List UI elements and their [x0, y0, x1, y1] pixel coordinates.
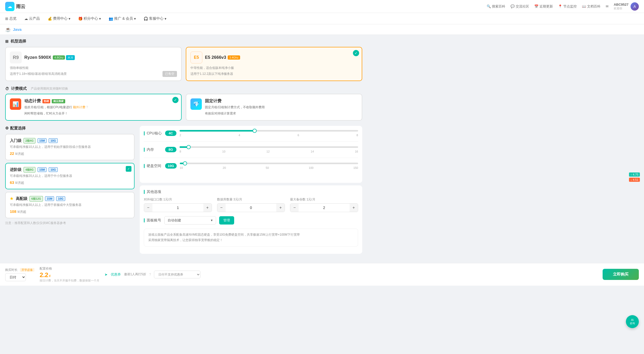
buy-button[interactable]: 立即购买: [603, 269, 639, 280]
e5-info: E5 2666v3 3.4Ghz: [205, 55, 240, 60]
external-port-decrement[interactable]: −: [144, 204, 152, 212]
memory-track: [180, 146, 358, 148]
memory-slider-row: 内存 8G 8 10 12 14 16: [144, 146, 358, 158]
e5-freq-badge: 3.4Ghz: [228, 55, 240, 60]
high-desc: 可承载纯净服30人以上，适用于群服或中大型服务器: [10, 203, 130, 207]
nav-monitor[interactable]: 📍 节点监控: [558, 4, 577, 9]
stepper-backup: 最大备份数 1元/月 − 2 +: [290, 197, 358, 212]
config-right: CPU核心 4C 2 4 6 8: [140, 126, 362, 254]
memory-thumb[interactable]: [187, 145, 191, 149]
r9-icon: R9: [10, 52, 22, 63]
external-port-increment[interactable]: +: [203, 204, 212, 212]
nav-docs[interactable]: 📖 文档百科: [582, 4, 601, 9]
subnav-overview[interactable]: ⊞ 总览: [5, 16, 17, 21]
info-text: 游戏云面板产品全系配备高速NVME固态硬盘，享受10G免费硬盘空间，共享极速15…: [144, 229, 358, 247]
memory-label: 内存: [144, 147, 162, 152]
nav-community[interactable]: 💬 交流社区: [510, 4, 529, 9]
backup-increment[interactable]: +: [350, 204, 358, 212]
cpu-label: CPU核心: [144, 131, 162, 136]
manage-button[interactable]: 管理: [219, 216, 234, 225]
cpu-fill: [180, 130, 255, 132]
machine-cards: R9 Ryzen 5900X 4.8Ghz 水冷 强劲单核性能 适用于1.18+…: [5, 47, 362, 81]
basic-price: 22 ¥/月起: [10, 151, 130, 156]
memory-slider-container[interactable]: 8 10 12 14 16: [180, 146, 358, 153]
duration-required: 开学必备: [20, 268, 34, 272]
disk-value: 10G: [165, 163, 177, 169]
billing-card-fixed[interactable]: 💎 固定计费 固定月租/日租制计费方式，不收取额外费用 有效应对持续计算需求: [186, 94, 362, 120]
logo-text: 雨云: [16, 3, 25, 10]
speed-up-badge: ↑ 4.75: [629, 172, 640, 177]
other-options-wrapper: 其他选项 对外端口口数 1元/月 − 1 + 数据库数量 3元/月: [140, 185, 362, 254]
r9-name: Ryzen 5900X: [24, 55, 51, 60]
machine-type-icon: ⊞: [5, 39, 9, 44]
support-dropdown-icon: ▾: [165, 17, 166, 21]
subnav-billing[interactable]: 💰 费用中心 ▾: [48, 16, 70, 21]
config-card-basic[interactable]: 入门级 2核4G 15M 10G 可承载纯净服10人以上，适用于初始开服阶段或小…: [5, 134, 135, 160]
machine-type-title: 机型选择: [11, 39, 26, 44]
mail-icon: ✉: [606, 4, 609, 8]
config-card-high[interactable]: ★ 高配级 6核12G 15M 10G 可承载纯净服30人以上，适用于群服或中大…: [5, 192, 135, 218]
user-info: ABC9527 欢迎你: [614, 3, 628, 10]
database-decrement[interactable]: −: [217, 204, 226, 212]
invite-text: 邀请1人再打5折: [124, 272, 146, 277]
duration-select[interactable]: 日付 月付 季付 年付: [5, 273, 26, 281]
r9-desc2: 适用于1.18+/模组/基岩/群组等高消耗场景: [10, 71, 177, 76]
disk-slider-container[interactable]: 10 20 50 100 150: [180, 163, 358, 169]
cpu-value: 4C: [165, 131, 176, 136]
nav-updates[interactable]: 📅 近期更新: [534, 4, 553, 9]
panel-section: 面板账号 自动创建 ▾ 管理: [144, 216, 358, 225]
invite-question-icon[interactable]: ?: [149, 273, 151, 276]
fixed-desc2: 有效应对持续计算需求: [205, 111, 265, 116]
bottom-bar: 购买时长 开学必备 日付 月付 季付 年付 配置价格 2.2 ¥ 按日计费，当天…: [0, 263, 644, 286]
dynamic-icon: 📊: [10, 98, 21, 110]
machine-card-e5[interactable]: E5 E5 2666v3 3.4Ghz 中等性能，适合低版本纯净小服 适用于1.…: [186, 47, 362, 81]
disk-thumb[interactable]: [183, 161, 187, 165]
logo-area[interactable]: ☁ 雨云: [5, 2, 25, 11]
subnav-support[interactable]: 🎧 客服中心 ▾: [144, 16, 166, 21]
backup-label: 最大备份数 1元/月: [290, 197, 358, 202]
backup-value: 2: [299, 204, 350, 211]
price-value: 2.2: [40, 271, 48, 279]
billing-note: 按日计费，当天不开服不扣费，数据保留一个月: [40, 279, 99, 283]
other-options-header: 其他选项: [144, 190, 358, 194]
fixed-icon: 💎: [190, 98, 202, 110]
dynamic-content: 动态计费 热销 南云推家 低价月租/日租，根据CPU电量进行 额外计费 ? 闲时…: [24, 98, 88, 116]
machine-card-r9[interactable]: R9 Ryzen 5900X 4.8Ghz 水冷 强劲单核性能 适用于1.18+…: [5, 47, 182, 81]
fixed-content: 固定计费 固定月租/日租制计费方式，不收取额外费用 有效应对持续计算需求: [205, 98, 265, 116]
stepper-external-port: 对外端口口数 1元/月 − 1 +: [144, 197, 212, 212]
database-control: − 0 +: [217, 203, 285, 212]
billing-extra-link[interactable]: 额外计费: [73, 105, 85, 109]
panel-select[interactable]: 自动创建 ▾: [164, 216, 216, 225]
r9-info: Ryzen 5900X 4.8Ghz 水冷: [24, 55, 75, 60]
config-header: ⚙ 配置选择: [5, 126, 135, 131]
avatar[interactable]: A: [631, 2, 639, 11]
sub-navigation: ⊞ 总览 ☁ 云产品 💰 费用中心 ▾ 🎁 积分中心 ▾ 👥 推广 & 会员 ▾…: [0, 13, 644, 24]
billing-hint: 产品使用期间支持随时切换: [31, 86, 68, 91]
billing-desc-question[interactable]: ?: [86, 105, 88, 109]
adv-selected-check: ✓: [126, 166, 131, 172]
subnav-promo[interactable]: 👥 推广 & 会员 ▾: [109, 16, 136, 21]
external-port-value: 1: [152, 204, 203, 211]
dynamic-title: 动态计费 热销 南云推家: [24, 98, 88, 104]
r9-sold-out: 已售空: [162, 71, 177, 77]
billing-card-dynamic[interactable]: 📊 动态计费 热销 南云推家 低价月租/日租，根据CPU电量进行 额外计费 ? …: [5, 94, 182, 120]
coupon-select[interactable]: 日付不支持优惠券: [154, 271, 201, 278]
config-note: 注意：推荐配置和人数仅仅供MC服务器参考: [5, 221, 135, 225]
nav-mail[interactable]: ✉: [606, 4, 609, 8]
logo-icon: ☁: [5, 2, 14, 11]
r9-cooling-badge: 水冷: [66, 55, 75, 60]
coupon-link[interactable]: 优惠券: [111, 272, 121, 277]
subnav-cloud[interactable]: ☁ 云产品: [24, 16, 40, 21]
config-left: ⚙ 配置选择 入门级 2核4G 15M 10G 可承载纯净服10人以上，适用于初…: [5, 126, 135, 254]
nav-search[interactable]: 🔍 搜索百科: [487, 4, 505, 9]
cpu-slider-container[interactable]: 2 4 6 8: [180, 130, 358, 137]
e5-name: E5 2666v3: [205, 55, 226, 60]
cpu-thumb[interactable]: [253, 129, 257, 133]
dynamic-desc2: 闲时帮您省钱，忙时火力全开！: [24, 111, 88, 116]
subnav-points[interactable]: 🎁 积分中心 ▾: [78, 16, 101, 21]
backup-decrement[interactable]: −: [290, 204, 299, 212]
config-title: 配置选择: [10, 126, 26, 131]
database-increment[interactable]: +: [276, 204, 285, 212]
config-card-advanced[interactable]: 进阶级 4核8G 15M 10G 可承载纯净服20人以上，适用于中小型服务器 6…: [5, 163, 135, 189]
stepper-database: 数据库数量 3元/月 − 0 +: [217, 197, 285, 212]
